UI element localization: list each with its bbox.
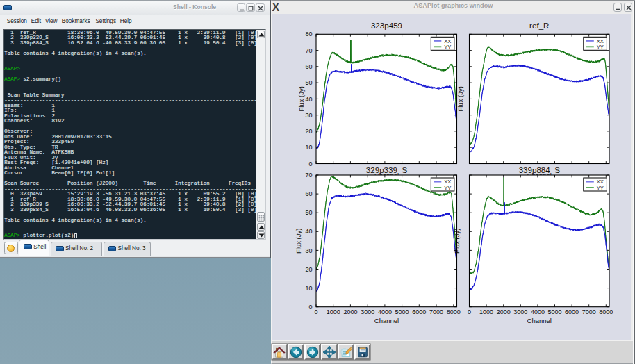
svg-text:40: 40 <box>305 96 312 103</box>
svg-text:0: 0 <box>314 308 318 315</box>
svg-text:329p339_S: 329p339_S <box>366 165 408 174</box>
svg-text:0: 0 <box>308 304 312 311</box>
svg-text:5000: 5000 <box>395 308 409 315</box>
svg-text:6000: 6000 <box>565 308 579 315</box>
svg-text:339p884_S: 339p884_S <box>519 165 561 174</box>
svg-text:70: 70 <box>305 47 312 54</box>
svg-text:2000: 2000 <box>497 308 511 315</box>
svg-text:7000: 7000 <box>582 308 596 315</box>
svg-text:30: 30 <box>305 247 312 254</box>
svg-text:5000: 5000 <box>547 308 561 315</box>
svg-text:30: 30 <box>305 112 312 119</box>
svg-text:10: 10 <box>305 285 312 292</box>
svg-text:YY: YY <box>444 44 451 50</box>
svg-text:YY: YY <box>444 185 451 191</box>
svg-text:3000: 3000 <box>361 308 374 315</box>
svg-text:Flux (Jy): Flux (Jy) <box>297 86 305 111</box>
svg-text:YY: YY <box>597 44 604 50</box>
svg-text:60: 60 <box>305 190 312 197</box>
svg-text:1000: 1000 <box>479 308 493 315</box>
svg-text:70: 70 <box>305 172 312 179</box>
svg-text:3000: 3000 <box>513 308 527 315</box>
svg-text:323p459: 323p459 <box>371 21 402 30</box>
svg-text:0: 0 <box>468 308 471 315</box>
svg-text:6000: 6000 <box>412 308 426 315</box>
svg-text:1000: 1000 <box>327 308 340 315</box>
svg-text:40: 40 <box>305 228 312 235</box>
svg-text:Flux (Jy): Flux (Jy) <box>295 229 303 254</box>
svg-text:Channel: Channel <box>374 317 399 324</box>
svg-text:20: 20 <box>305 128 312 135</box>
svg-text:Channel: Channel <box>527 317 552 324</box>
svg-text:0: 0 <box>308 160 312 167</box>
svg-text:80: 80 <box>305 31 312 38</box>
svg-text:ref_R: ref_R <box>529 21 549 30</box>
svg-text:7000: 7000 <box>429 308 443 315</box>
svg-text:8000: 8000 <box>447 308 461 315</box>
svg-text:20: 20 <box>305 266 312 273</box>
svg-text:60: 60 <box>305 63 312 70</box>
svg-text:10: 10 <box>305 144 312 151</box>
svg-text:50: 50 <box>305 209 312 216</box>
svg-text:2000: 2000 <box>343 308 357 315</box>
svg-text:4000: 4000 <box>378 308 392 315</box>
svg-text:YY: YY <box>597 185 604 191</box>
svg-text:8000: 8000 <box>599 308 613 315</box>
svg-text:4000: 4000 <box>531 308 545 315</box>
svg-text:50: 50 <box>305 79 312 86</box>
svg-text:Flux (Jy): Flux (Jy) <box>457 86 465 111</box>
svg-text:Flux (Jy): Flux (Jy) <box>453 229 461 254</box>
